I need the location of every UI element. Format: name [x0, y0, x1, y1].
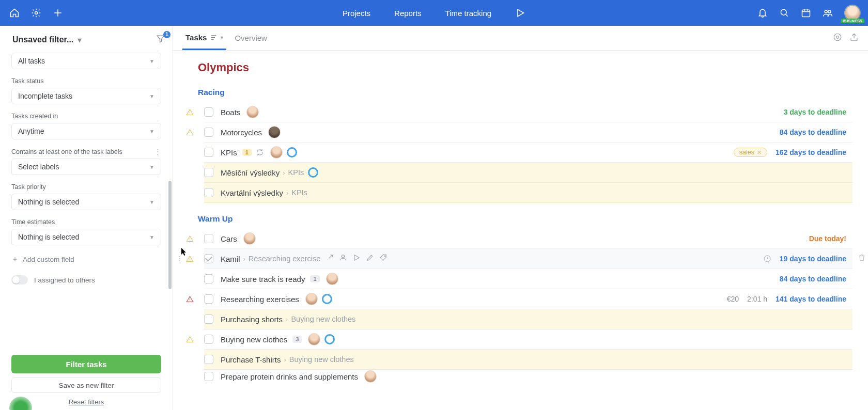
nav-projects[interactable]: Projects: [343, 9, 370, 18]
filter-title[interactable]: Unsaved filter...: [12, 35, 73, 44]
add-custom-field[interactable]: ＋Add custom field: [11, 255, 161, 264]
filter-sidebar: Unsaved filter... ▾ 1 All tasks▼ Task st…: [0, 26, 173, 410]
view-tabs: Tasks ▾ Overview: [173, 26, 868, 51]
task-labels-label: Contains at least one of the task labels…: [11, 148, 161, 155]
share-icon[interactable]: [849, 33, 859, 44]
task-row[interactable]: Měsíční výsledky›KPIs: [204, 163, 853, 183]
assignee-avatar[interactable]: [243, 232, 256, 245]
task-row[interactable]: Purchasing shorts›Buying new clothes: [204, 309, 853, 329]
calendar-icon[interactable]: [801, 8, 811, 18]
task-name: Kvartální výsledky: [221, 188, 283, 197]
task-row[interactable]: Boats3 days to deadline: [204, 102, 853, 122]
task-checkbox[interactable]: [204, 314, 213, 324]
recurring-icon: [256, 148, 264, 156]
home-icon[interactable]: [9, 8, 20, 18]
svg-point-11: [385, 256, 386, 257]
task-row[interactable]: Motorcycles84 days to deadline: [204, 122, 853, 143]
section-title[interactable]: Racing: [198, 88, 853, 97]
section-title[interactable]: Warm Up: [198, 214, 853, 224]
svg-point-4: [828, 10, 831, 13]
nav-reports[interactable]: Reports: [394, 9, 422, 18]
assignee-avatar[interactable]: [364, 370, 377, 383]
assignee-avatar[interactable]: [305, 293, 318, 305]
play-row-icon[interactable]: [352, 254, 361, 264]
task-row[interactable]: Make sure track is ready184 days to dead…: [204, 269, 853, 289]
task-name: Cars: [221, 234, 237, 243]
task-name: KPIs: [221, 148, 237, 157]
task-name: Make sure track is ready: [221, 275, 305, 283]
row-menu-icon[interactable]: [176, 254, 183, 264]
top-bar: Projects Reports Time tracking BUSINESS: [0, 0, 868, 26]
task-row[interactable]: CarsDue today!: [204, 229, 853, 249]
task-row[interactable]: Kamil›Researching exercise19 days to dea…: [204, 249, 853, 269]
open-icon[interactable]: [326, 254, 334, 264]
assignee-avatar[interactable]: [246, 106, 259, 118]
task-checkbox[interactable]: [204, 355, 213, 364]
labels-menu-icon[interactable]: ⋮: [154, 148, 161, 155]
tag-icon[interactable]: [379, 254, 388, 264]
task-row[interactable]: Prepare protein drinks and supplements: [204, 370, 853, 383]
svg-point-6: [834, 34, 841, 41]
trash-icon[interactable]: [858, 254, 866, 264]
task-row[interactable]: Buying new clothes3: [204, 329, 853, 350]
assigned-toggle[interactable]: [11, 275, 28, 285]
filter-funnel-icon[interactable]: 1: [156, 34, 165, 45]
task-checkbox[interactable]: [204, 294, 213, 304]
assignee-avatar[interactable]: [268, 126, 281, 138]
task-checkbox[interactable]: [204, 148, 213, 157]
task-checkbox[interactable]: [204, 274, 213, 283]
task-checkbox[interactable]: [204, 335, 213, 344]
play-icon[interactable]: [515, 8, 525, 18]
project-title: Olympics: [198, 61, 853, 74]
task-checkbox[interactable]: [204, 168, 213, 177]
task-crumb: Buying new clothes: [289, 355, 354, 364]
task-status-select[interactable]: Incomplete tasks▼: [11, 88, 161, 104]
chevron-down-icon[interactable]: ▾: [78, 35, 82, 45]
people-icon[interactable]: [823, 8, 833, 18]
edit-icon[interactable]: [366, 254, 374, 264]
assignee-avatar[interactable]: [270, 146, 283, 159]
svg-rect-2: [802, 10, 810, 17]
nav-time-tracking[interactable]: Time tracking: [445, 9, 491, 18]
task-deadline: Due today!: [809, 234, 846, 243]
task-checkbox[interactable]: [204, 234, 213, 243]
sidebar-scrollbar[interactable]: [168, 181, 172, 289]
assignee-avatar[interactable]: [326, 273, 338, 285]
filter-tasks-button[interactable]: Filter tasks: [11, 355, 161, 373]
task-checkbox[interactable]: [204, 372, 213, 381]
task-labels-select[interactable]: Select labels▼: [11, 159, 161, 175]
task-row[interactable]: Researching exercises€202:01 h141 days t…: [204, 289, 853, 309]
svg-point-10: [342, 255, 345, 258]
user-avatar[interactable]: BUSINESS: [844, 5, 861, 21]
view-settings-icon[interactable]: [833, 33, 842, 44]
tasks-scope-select[interactable]: All tasks▼: [11, 53, 161, 69]
task-checkbox[interactable]: [204, 188, 213, 197]
task-deadline: 3 days to deadline: [784, 108, 846, 116]
clock-icon: [763, 255, 771, 263]
time-estimates-select[interactable]: Nothing is selected▼: [11, 229, 161, 245]
task-row[interactable]: Kvartální výsledky›KPIs: [204, 183, 853, 203]
task-checkbox[interactable]: [204, 254, 213, 263]
assignee-avatar[interactable]: [308, 333, 320, 345]
task-row[interactable]: Purchase T-shirts›Buying new clothes: [204, 350, 853, 370]
reset-filters-link[interactable]: Reset filters: [11, 398, 161, 406]
task-name: Purchasing shorts: [221, 315, 283, 324]
tasks-created-select[interactable]: Anytime▼: [11, 123, 161, 139]
task-name: Buying new clothes: [221, 335, 287, 344]
task-row[interactable]: KPIs1sales✕162 days to deadline: [204, 143, 853, 163]
assign-icon[interactable]: [339, 254, 347, 264]
task-checkbox[interactable]: [204, 128, 213, 137]
tab-overview[interactable]: Overview: [231, 26, 270, 50]
bell-icon[interactable]: [757, 8, 768, 18]
gear-icon[interactable]: [31, 8, 41, 18]
task-crumb: KPIs: [291, 188, 307, 197]
plus-icon[interactable]: [53, 8, 63, 18]
save-filter-button[interactable]: Save as new filter: [11, 377, 161, 393]
task-cost: €20: [727, 295, 739, 303]
subtask-count: 1: [310, 275, 319, 282]
task-priority-select[interactable]: Nothing is selected▼: [11, 194, 161, 210]
tab-tasks[interactable]: Tasks ▾: [182, 26, 226, 50]
label-tag[interactable]: sales✕: [734, 148, 767, 157]
search-icon[interactable]: [779, 8, 789, 18]
task-checkbox[interactable]: [204, 107, 213, 117]
